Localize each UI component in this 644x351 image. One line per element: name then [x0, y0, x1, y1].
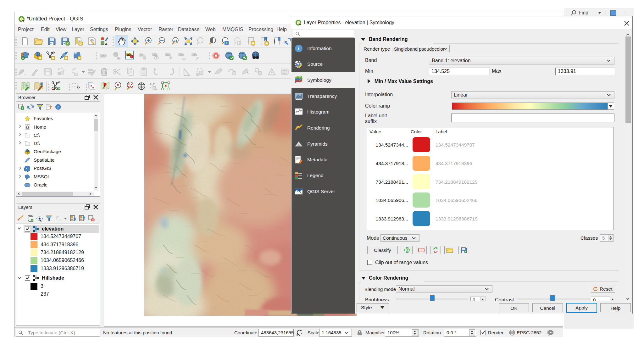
svg-text:abc: abc: [166, 53, 171, 56]
svg-text:a: a: [105, 41, 108, 46]
svg-text:i: i: [58, 105, 59, 109]
svg-text:abc: abc: [153, 53, 158, 56]
svg-text:ab: ab: [140, 53, 143, 57]
svg-text:GPX: GPX: [52, 87, 58, 91]
svg-text:1:1: 1:1: [173, 39, 177, 42]
svg-text:abc: abc: [192, 53, 197, 56]
svg-text:abc: abc: [179, 53, 184, 56]
svg-text:abc: abc: [101, 54, 106, 58]
svg-text:ab: ab: [127, 53, 131, 56]
svg-text:X,Y: X,Y: [149, 82, 155, 86]
svg-text:Ε: Ε: [56, 215, 59, 220]
